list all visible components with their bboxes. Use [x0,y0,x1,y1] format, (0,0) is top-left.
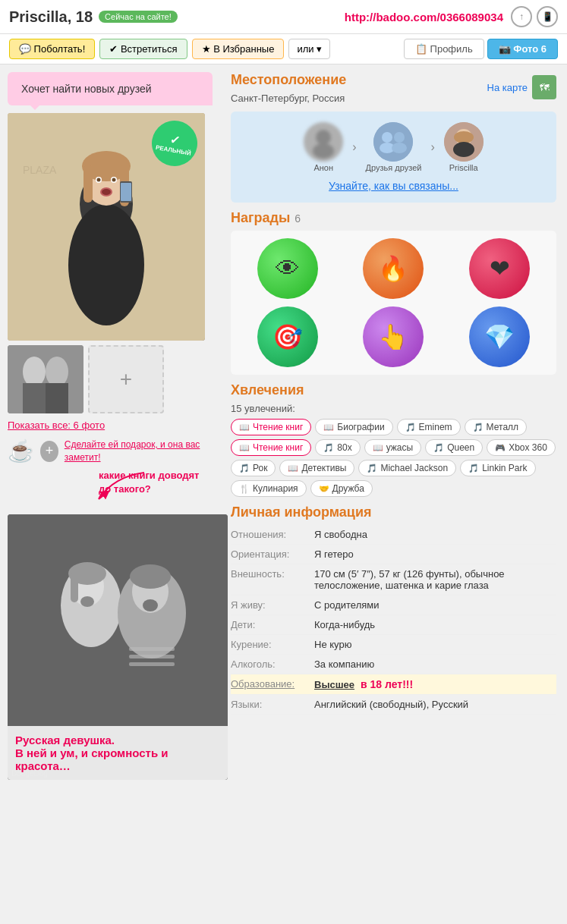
value-education-extra: в 18 лет!!! [361,678,413,690]
award-fire[interactable]: 🔥 [363,238,424,299]
svg-point-21 [46,357,68,387]
svg-rect-33 [129,647,175,651]
award-touch[interactable]: 👆 [363,306,424,367]
mobile-icon-btn[interactable]: 📱 [537,6,558,27]
meet-button[interactable]: ✔ Встретиться [99,39,187,59]
svg-rect-34 [129,655,175,658]
bottom-photo[interactable]: DodgeDog Русская девушка. В ней и ум, и … [8,514,228,780]
thumbnail-1[interactable] [8,345,83,413]
hobby-tag-80x[interactable]: 🎵80x [315,439,360,456]
hobbies-title: Хвлечения [231,382,556,398]
hobby-tag-mj[interactable]: 🎵Michael Jackson [358,460,456,476]
right-column: Местоположение Санкт-Петербург, Россия Н… [220,64,567,787]
hobby-tag-eminem[interactable]: 🎵Eminem [397,419,461,435]
value-relations: Я свободна [314,529,367,540]
map-icon[interactable]: 🗺 [532,75,556,99]
value-orientation: Я гетеро [314,548,354,560]
want-find-bubble: Хочет найти новых друзей [8,72,213,105]
map-link[interactable]: На карте [487,82,528,93]
avatar-2-svg [373,122,413,162]
avatar-1-svg [304,122,343,162]
location-title: Местоположение [231,72,346,88]
bottom-photo-caption: Русская девушка. В ней и ум, и скромност… [8,726,228,780]
info-row-alcohol: Алкоголь: За компанию [231,655,556,674]
svg-rect-17 [121,183,131,201]
location-city: Санкт-Петербург, Россия [231,93,346,104]
avatar-3-svg [444,122,484,162]
info-row-education: Образование: Высшее в 18 лет!!! [231,674,556,695]
award-diamond[interactable]: 💎 [469,306,530,367]
label-living: Я живу: [231,599,314,611]
awards-section: Награды 6 👁 🔥 ❤ 🎯 👆 💎 [231,210,556,375]
award-target[interactable]: 🎯 [257,306,318,367]
hobby-tag-rock[interactable]: 🎵Рок [231,460,276,476]
profile-url[interactable]: http://badoo.com/0366089034 [345,11,503,24]
connection-link[interactable]: Узнайте, как вы связаны... [329,180,458,192]
svg-point-5 [68,204,144,325]
label-appearance: Внешность: [231,568,314,591]
value-alcohol: За компанию [314,658,374,670]
info-row-kids: Дети: Когда-нибудь [231,615,556,635]
favorite-button[interactable]: ★ В Избранные [192,39,285,59]
add-photo-button[interactable]: + [88,345,164,413]
location-section: Местоположение Санкт-Петербург, Россия Н… [231,72,556,104]
upload-icon-btn[interactable]: ↑ [511,6,532,27]
hobby-tag-horror[interactable]: 📖ужасы [364,439,421,456]
award-heart[interactable]: ❤ [469,238,530,299]
thumb-svg-1 [8,345,83,413]
gift-add-button[interactable]: + [40,441,58,462]
hobby-tag-detectives[interactable]: 📖Детективы [279,460,354,476]
gift-link[interactable]: Сделайте ей подарок, и она вас заметит! [65,438,213,464]
label-languages: Языки: [231,699,314,710]
chat-button[interactable]: 💬 Поболтать! [9,39,95,59]
header-right: http://badoo.com/0366089034 ↑ 📱 [345,6,558,27]
svg-point-40 [316,130,331,145]
hobby-tag-xbox[interactable]: 🎮Xbox 360 [487,439,556,456]
header: Priscilla, 18 Сейчас на сайте! http://ba… [0,0,567,34]
avatar-3 [444,122,484,162]
svg-point-46 [392,143,407,153]
hobby-tags: 📖Чтение книг 📖Биографии 🎵Eminem 🎵Металл … [231,419,556,497]
tab-photo[interactable]: 📷 Фото 6 [487,39,558,59]
show-all-photos[interactable]: Показать все: 6 фото [8,420,105,431]
label-alcohol: Алкоголь: [231,658,314,670]
left-column: Хочет найти новых друзей PLAZA [0,64,220,787]
award-eye[interactable]: 👁 [257,238,318,299]
profile-tabs: 📋 Профиль 📷 Фото 6 [404,39,558,59]
hobbies-count: 15 увлечений: [231,403,556,414]
online-status: Сейчас на сайте! [99,11,178,23]
or-button[interactable]: или ▾ [288,39,330,59]
hobby-tag-cooking[interactable]: 🍴Кулинария [231,480,307,497]
awards-count: 6 [295,212,301,225]
svg-point-42 [373,122,413,162]
avatar-2 [373,122,413,162]
svg-rect-22 [23,383,46,413]
tab-profile[interactable]: 📋 Профиль [404,39,484,59]
avatar-label-1: Анон [313,163,333,172]
avatar-wrap-3: Priscilla [444,122,484,172]
svg-text:PLAZA: PLAZA [23,164,57,176]
hobby-tag-reading2[interactable]: 📖Чтение книг [231,439,311,456]
hobby-tag-friendship[interactable]: 🤝Дружба [310,480,373,497]
hobby-tag-bio[interactable]: 📖Биографии [315,419,392,435]
hobby-tag-metal[interactable]: 🎵Металл [465,419,527,435]
info-row-orientation: Ориентация: Я гетеро [231,545,556,564]
caption-line1: Русская девушка. [15,734,115,746]
main-photo[interactable]: PLAZA [8,113,205,341]
connection-box: Анон › Друзья друзей › [231,112,556,203]
info-row-appearance: Внешность: 170 см (5′ 7″), 57 кг (126 фу… [231,564,556,596]
hobby-tag-reading1[interactable]: 📖Чтение книг [231,419,311,435]
connection-chain: Анон › Друзья друзей › [304,122,483,172]
svg-point-49 [454,131,474,143]
value-languages: Английский (свободный), Русский [314,699,468,710]
chevron-1: › [352,140,356,154]
svg-point-36 [80,596,94,607]
avatar-1 [304,122,343,162]
svg-point-41 [313,143,334,159]
hobby-tag-linkin[interactable]: 🎵Linkin Park [460,460,535,476]
avatar-label-2: Друзья друзей [366,163,422,172]
info-row-living: Я живу: С родителями [231,596,556,615]
awards-grid: 👁 🔥 ❤ 🎯 👆 💎 [231,231,556,375]
header-left: Priscilla, 18 Сейчас на сайте! [9,8,178,26]
hobby-tag-queen[interactable]: 🎵Queen [425,439,483,456]
